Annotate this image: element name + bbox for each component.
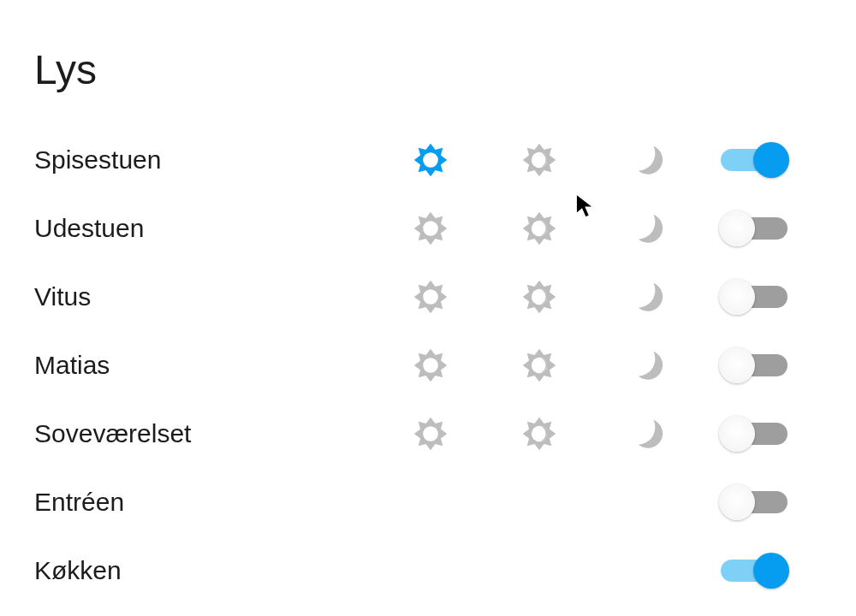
light-label: Entréen xyxy=(34,488,411,517)
dim-mode-icon[interactable] xyxy=(520,277,559,317)
toggle-wrap xyxy=(693,347,788,383)
mode-icons xyxy=(411,209,693,248)
light-toggle[interactable] xyxy=(721,210,788,246)
toggle-wrap xyxy=(693,142,788,178)
mode-icons xyxy=(411,414,693,453)
light-label: Soveværelset xyxy=(34,419,411,448)
night-mode-icon[interactable] xyxy=(628,209,668,248)
toggle-wrap xyxy=(693,553,788,589)
light-row: Soveværelset xyxy=(34,400,813,468)
light-toggle[interactable] xyxy=(721,347,788,383)
toggle-wrap xyxy=(693,210,788,246)
light-row: Køkken xyxy=(34,536,813,605)
bright-mode-icon[interactable] xyxy=(411,209,450,248)
light-toggle[interactable] xyxy=(721,142,788,178)
night-mode-icon[interactable] xyxy=(628,277,668,317)
night-mode-icon[interactable] xyxy=(628,346,668,385)
light-row: Entréen xyxy=(34,468,813,536)
light-label: Vitus xyxy=(34,282,411,311)
light-row: Udestuen xyxy=(34,194,813,263)
light-card: Lys SpisestuenUdestuenVitusMatiasSovevær… xyxy=(15,15,847,616)
light-toggle[interactable] xyxy=(721,416,788,452)
light-toggle[interactable] xyxy=(721,279,788,315)
mode-icons xyxy=(411,140,693,180)
light-row: Vitus xyxy=(34,263,813,331)
mode-icons xyxy=(411,346,693,385)
light-rows: SpisestuenUdestuenVitusMatiasSoveværelse… xyxy=(34,126,813,605)
dim-mode-icon[interactable] xyxy=(520,414,559,453)
light-label: Udestuen xyxy=(34,214,411,243)
mode-icons xyxy=(411,277,693,317)
light-label: Køkken xyxy=(34,556,411,585)
light-toggle[interactable] xyxy=(721,484,788,520)
bright-mode-icon[interactable] xyxy=(411,414,450,453)
bright-mode-icon[interactable] xyxy=(411,277,450,317)
light-row: Spisestuen xyxy=(34,126,813,194)
dim-mode-icon[interactable] xyxy=(520,140,559,180)
toggle-wrap xyxy=(693,484,788,520)
bright-mode-icon[interactable] xyxy=(411,346,450,385)
card-title: Lys xyxy=(34,46,813,93)
light-toggle[interactable] xyxy=(721,553,788,589)
bright-mode-icon[interactable] xyxy=(411,140,450,180)
toggle-wrap xyxy=(693,416,788,452)
toggle-wrap xyxy=(693,279,788,315)
light-row: Matias xyxy=(34,331,813,400)
night-mode-icon[interactable] xyxy=(628,140,668,180)
light-label: Matias xyxy=(34,351,411,380)
night-mode-icon[interactable] xyxy=(628,414,668,453)
dim-mode-icon[interactable] xyxy=(520,209,559,248)
light-label: Spisestuen xyxy=(34,145,411,175)
dim-mode-icon[interactable] xyxy=(520,346,559,385)
